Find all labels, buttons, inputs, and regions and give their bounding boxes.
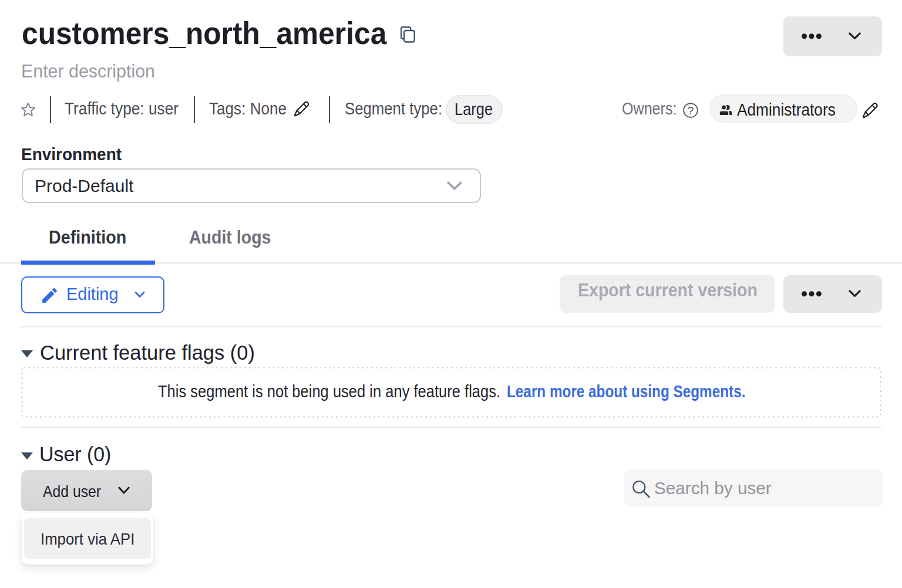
svg-text:?: ? (688, 104, 694, 117)
